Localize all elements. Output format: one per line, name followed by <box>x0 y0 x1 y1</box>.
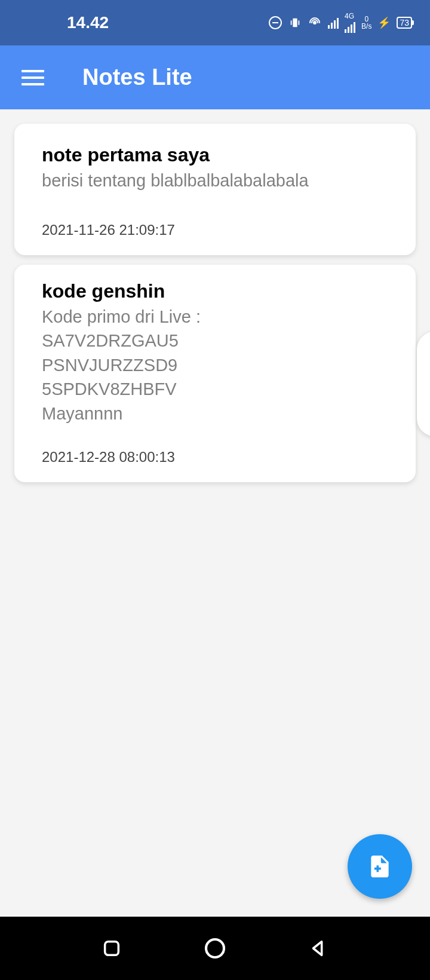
signal-icon <box>328 17 339 29</box>
navigation-bar <box>0 917 430 980</box>
vibrate-icon <box>288 16 302 29</box>
content-area: note pertama saya berisi tentang blablba… <box>0 109 430 917</box>
dnd-icon <box>268 16 282 30</box>
recents-button[interactable] <box>100 936 124 960</box>
hotspot-icon <box>308 16 322 30</box>
svg-rect-6 <box>105 942 118 956</box>
note-body: berisi tentang blablbalbalabalabala <box>42 169 388 193</box>
note-body: Kode primo dri Live : SA7V2DRZGAU5 PSNVJ… <box>42 305 388 426</box>
new-note-icon <box>367 853 393 880</box>
menu-icon[interactable] <box>22 70 44 85</box>
new-note-fab[interactable] <box>348 834 412 899</box>
home-button[interactable] <box>203 936 227 960</box>
status-time: 14.42 <box>67 13 109 32</box>
svg-rect-4 <box>299 20 300 24</box>
svg-point-7 <box>206 939 224 957</box>
note-date: 2021-11-26 21:09:17 <box>42 222 388 238</box>
edge-panel-handle[interactable] <box>417 332 430 436</box>
signal-icon-2 <box>345 21 355 33</box>
svg-rect-3 <box>291 20 292 24</box>
note-card[interactable]: note pertama saya berisi tentang blablba… <box>14 124 416 255</box>
back-button[interactable] <box>306 936 330 960</box>
app-bar: Notes Lite <box>0 45 430 109</box>
status-icons: 4G 0 B/s ⚡ 73 <box>268 13 412 33</box>
note-title: note pertama saya <box>42 144 388 166</box>
note-date: 2021-12-28 08:00:13 <box>42 449 388 466</box>
svg-rect-2 <box>293 19 297 27</box>
battery-icon: 73 <box>397 17 412 29</box>
app-title: Notes Lite <box>82 65 192 90</box>
svg-point-5 <box>314 22 316 24</box>
status-bar: 14.42 4G 0 B/s ⚡ 73 <box>0 0 430 45</box>
network-speed: 0 B/s <box>361 16 371 30</box>
network-indicator: 4G <box>345 13 355 33</box>
note-title: kode genshin <box>42 280 388 302</box>
note-card[interactable]: kode genshin Kode primo dri Live : SA7V2… <box>14 265 416 482</box>
charging-icon: ⚡ <box>377 16 391 29</box>
